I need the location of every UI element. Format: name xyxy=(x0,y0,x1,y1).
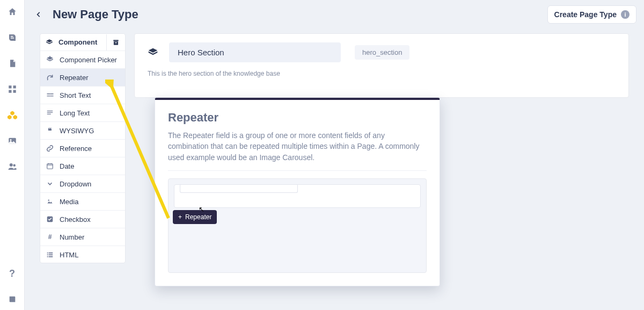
popover-canvas: + Repeater ↖ xyxy=(168,178,427,273)
hero-description: This is the hero section of the knowledg… xyxy=(148,70,616,77)
create-page-type-button[interactable]: Create Page Type i xyxy=(547,5,636,24)
field-type-html[interactable]: HTML xyxy=(40,246,125,263)
popover-body: The Repeater field is a group of one or … xyxy=(168,130,427,171)
field-type-repeater[interactable]: Repeater xyxy=(40,69,125,86)
blog-icon[interactable] xyxy=(7,32,18,43)
back-button[interactable] xyxy=(32,8,45,21)
component-label: Component xyxy=(58,38,97,46)
image-icon xyxy=(46,197,54,206)
popover-title: Repeater xyxy=(168,111,427,125)
svg-rect-12 xyxy=(47,112,53,113)
field-type-label: Dropdown xyxy=(60,180,91,188)
info-icon: i xyxy=(621,10,630,19)
plus-icon: + xyxy=(178,213,182,221)
home-icon[interactable] xyxy=(7,6,18,17)
cubes-icon[interactable] xyxy=(7,110,18,120)
image-icon[interactable] xyxy=(7,135,18,146)
svg-rect-9 xyxy=(114,41,118,45)
check-square-icon xyxy=(46,215,54,224)
hero-row: Hero Section hero_section xyxy=(148,42,616,62)
field-type-label: Date xyxy=(60,162,74,170)
canvas-slot xyxy=(174,184,421,208)
svg-point-5 xyxy=(10,139,11,141)
page-icon[interactable] xyxy=(7,58,18,69)
calendar-icon xyxy=(46,162,54,170)
page-title: New Page Type xyxy=(53,8,138,21)
help-icon[interactable]: ? xyxy=(7,268,18,279)
left-icon-rail: ? xyxy=(0,0,25,310)
svg-rect-0 xyxy=(9,85,11,88)
main-panel: Hero Section hero_section This is the he… xyxy=(134,33,629,98)
workarea: Component Component PickerRepeater==Shor… xyxy=(25,29,644,310)
svg-rect-13 xyxy=(47,114,51,114)
field-type-label: Component Picker xyxy=(60,56,117,64)
svg-rect-2 xyxy=(9,90,11,93)
svg-point-7 xyxy=(13,164,16,167)
svg-rect-18 xyxy=(49,253,53,254)
hero-name-input[interactable]: Hero Section xyxy=(169,42,341,62)
book-icon[interactable] xyxy=(7,294,18,305)
svg-rect-11 xyxy=(47,111,53,111)
svg-rect-1 xyxy=(13,85,16,88)
svg-rect-21 xyxy=(47,256,48,257)
long-text-icon xyxy=(46,109,54,117)
svg-rect-14 xyxy=(47,164,53,169)
svg-rect-19 xyxy=(47,254,48,255)
hero-slug: hero_section xyxy=(355,45,409,60)
add-repeater-button[interactable]: + Repeater xyxy=(173,210,217,224)
field-type-reference[interactable]: Reference xyxy=(40,140,125,157)
field-type-label: Checkbox xyxy=(60,215,91,224)
topbar: New Page Type Create Page Type i xyxy=(25,0,644,29)
svg-rect-8 xyxy=(113,40,118,41)
svg-rect-3 xyxy=(13,90,16,93)
list-icon xyxy=(46,250,54,259)
field-type-short-text[interactable]: ==Short Text xyxy=(40,86,125,104)
repeat-icon xyxy=(46,73,54,82)
field-type-checkbox[interactable]: Checkbox xyxy=(40,211,125,228)
field-type-dropdown[interactable]: Dropdown xyxy=(40,175,125,192)
field-type-label: Reference xyxy=(60,145,92,153)
link-icon xyxy=(46,144,54,153)
field-type-label: Long Text xyxy=(60,109,90,117)
field-type-wysiwyg[interactable]: ❝WYSIWYG xyxy=(40,122,125,139)
create-button-label: Create Page Type xyxy=(554,10,617,19)
short-text-icon: == xyxy=(46,91,54,99)
field-type-label: Number xyxy=(60,233,84,241)
repeater-popover: Repeater The Repeater field is a group o… xyxy=(155,98,440,286)
hash-icon: # xyxy=(46,233,54,241)
chevron-down-icon xyxy=(46,179,54,188)
layers-icon xyxy=(148,47,158,58)
svg-rect-20 xyxy=(49,254,53,255)
field-type-label: Media xyxy=(60,198,78,206)
field-type-label: Short Text xyxy=(60,91,91,99)
add-repeater-label: Repeater xyxy=(185,213,211,221)
svg-rect-22 xyxy=(49,256,53,257)
field-type-date[interactable]: Date xyxy=(40,157,125,175)
svg-point-6 xyxy=(9,163,12,167)
field-type-long-text[interactable]: Long Text xyxy=(40,104,125,121)
field-type-label: Repeater xyxy=(60,74,88,82)
svg-rect-17 xyxy=(47,253,48,254)
field-type-component-picker[interactable]: Component Picker xyxy=(40,51,125,68)
quote-icon: ❝ xyxy=(46,126,54,135)
component-row[interactable]: Component xyxy=(40,34,125,51)
field-type-number[interactable]: #Number xyxy=(40,228,125,246)
archive-icon[interactable] xyxy=(106,34,125,51)
app-root: ? New Page Type Create Page Type i Compo… xyxy=(0,0,644,310)
svg-rect-10 xyxy=(115,42,117,43)
component-picker-icon xyxy=(46,55,54,64)
field-type-label: WYSIWYG xyxy=(60,127,94,135)
layers-icon xyxy=(46,39,53,46)
grid-icon[interactable] xyxy=(7,84,18,95)
content-area: New Page Type Create Page Type i Compone… xyxy=(25,0,644,310)
fields-panel: Component Component PickerRepeater==Shor… xyxy=(40,33,126,263)
field-type-media[interactable]: Media xyxy=(40,193,125,210)
field-type-label: HTML xyxy=(60,251,78,259)
svg-point-15 xyxy=(48,200,49,201)
users-icon[interactable] xyxy=(7,161,18,172)
